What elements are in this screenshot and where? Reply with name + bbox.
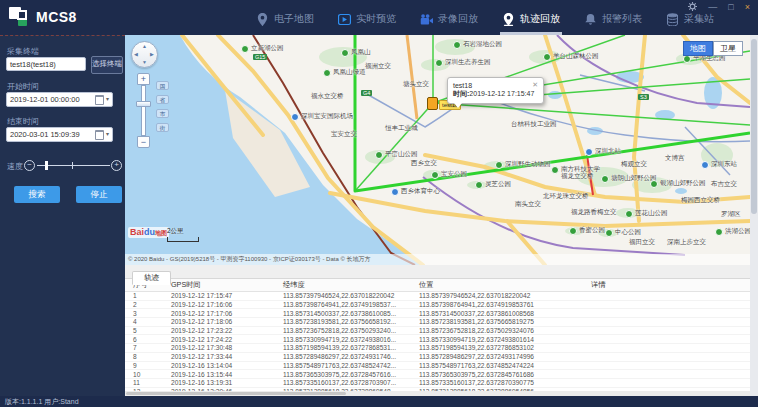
poi-icon: [585, 148, 593, 156]
nav-tab-label: 轨迹回放: [520, 12, 560, 26]
start-time-input[interactable]: 2019-12-01 00:00:00 ▾: [6, 92, 113, 107]
table-row[interactable]: 22019-12-12 17:16:06113.857398764941,22.…: [125, 301, 750, 310]
map-place-label: 深圳北站: [585, 147, 621, 156]
table-row[interactable]: 52019-12-12 17:23:22113.857236752818,22.…: [125, 327, 750, 336]
park-icon: [543, 53, 551, 61]
main-nav: 电子地图实时预览录像回放轨迹回放报警列表采集站: [254, 12, 716, 35]
nav-tab-alarm[interactable]: 报警列表: [582, 12, 644, 35]
pan-down-icon[interactable]: ▼: [142, 59, 147, 65]
map-pin-icon: [256, 13, 269, 26]
map-place-label: 石岩湿地公园: [453, 40, 502, 49]
map-place-label: 福洲立交: [365, 62, 391, 71]
table-row[interactable]: 102019-12-16 13:15:44113.857365303975,22…: [125, 370, 750, 379]
terminal-input[interactable]: test18(test18): [6, 57, 86, 71]
table-row[interactable]: 92019-12-16 13:14:04113.857548971763,22.…: [125, 362, 750, 371]
map-place-label: 银湖山郊野公园: [650, 179, 706, 188]
map-place-label: 罗湖区: [721, 210, 741, 219]
vertical-scrollbar[interactable]: [750, 35, 758, 396]
table-cell: 11: [125, 379, 163, 386]
tooltip-time-label: 时间:: [453, 90, 469, 97]
table-cell: 113.857238193581,22.63756658192...: [275, 318, 411, 325]
nav-tab-video[interactable]: 录像回放: [418, 12, 480, 35]
map-place-label: 北环龙珠立交桥: [543, 192, 589, 201]
map-place-label: 莲花山公园: [625, 209, 668, 218]
map-scale-label: 2公里: [167, 227, 184, 236]
table-cell: 113.857397946524,22.637018220042: [275, 292, 411, 299]
map-base-layer: [125, 35, 750, 265]
nav-tab-map-pin[interactable]: 电子地图: [254, 12, 316, 35]
map-place-label: 文博宫: [665, 154, 685, 163]
map-place-label: 深圳野生动物园: [495, 160, 551, 169]
title-bar: MCS8 — □ × 电子地图实时预览录像回放轨迹回放报警列表采集站: [0, 0, 758, 35]
nav-tab-station[interactable]: 采集站: [664, 12, 716, 35]
zoom-slider-handle[interactable]: [136, 101, 151, 107]
table-cell: 8: [125, 353, 163, 360]
zoom-slider-track[interactable]: [141, 85, 146, 136]
map-scale-bar: [167, 237, 199, 242]
map-type-satellite-button[interactable]: 卫星: [713, 41, 743, 56]
table-cell: 113.857236752818,22.6375029324076: [411, 327, 583, 334]
start-time-label: 开始时间: [7, 81, 39, 92]
map-place-label: 深圳生态养生园: [435, 58, 491, 67]
zoom-level-tag[interactable]: 市: [156, 109, 169, 118]
map-place-label: 塘头立交: [403, 80, 429, 89]
map-place-label: 西乡立交: [411, 159, 437, 168]
road-shield: S3: [638, 94, 649, 100]
hscroll-thumb[interactable]: [126, 392, 346, 395]
table-header: 序号GPS时间经纬度位置详情: [125, 279, 750, 292]
select-terminal-button[interactable]: 选择终端: [91, 56, 123, 74]
table-cell: 113.857238193581,22.6375665819275: [411, 318, 583, 325]
map-place-label: 灵芝公园: [475, 180, 511, 189]
map-type-map-button[interactable]: 地图: [683, 41, 713, 56]
table-row[interactable]: 32019-12-12 17:17:06113.857314500337,22.…: [125, 309, 750, 318]
settings-gear-icon[interactable]: [688, 2, 697, 13]
end-time-input[interactable]: 2020-03-01 15:09:39 ▾: [6, 127, 113, 142]
table-cell: 2019-12-16 13:15:44: [163, 371, 275, 378]
vscroll-thumb[interactable]: [751, 39, 757, 214]
alarm-icon: [584, 13, 597, 26]
speed-plus-button[interactable]: +: [111, 160, 122, 171]
map-pan-control[interactable]: ▲ ▼ ◀ ▶: [131, 41, 158, 68]
search-button[interactable]: 搜索: [14, 186, 60, 203]
nav-tab-track-pin[interactable]: 轨迹回放: [500, 12, 562, 35]
vehicle-marker[interactable]: [427, 97, 438, 110]
maximize-button[interactable]: □: [728, 2, 733, 12]
stop-button[interactable]: 停止: [76, 186, 122, 203]
table-row[interactable]: 72019-12-12 17:30:48113.857198594139,22.…: [125, 344, 750, 353]
tooltip-time-value: 2019-12-12 17:15:47: [469, 90, 534, 97]
table-cell: 113.857365303975,22.63728457616...: [275, 371, 411, 378]
table-row[interactable]: 62019-12-12 17:24:22113.857330994719,22.…: [125, 335, 750, 344]
map-place-label: 深南上步立交: [667, 238, 706, 247]
park-icon: [495, 161, 503, 169]
zoom-level-tag[interactable]: 街: [156, 123, 169, 132]
close-button[interactable]: ×: [745, 2, 750, 12]
zoom-level-tag[interactable]: 国: [156, 81, 169, 90]
panel-tabstrip: 轨迹: [125, 265, 750, 279]
zoom-level-tag[interactable]: 省: [156, 95, 169, 104]
poi-icon: [391, 188, 399, 196]
table-row[interactable]: 42019-12-12 17:18:06113.857238193581,22.…: [125, 318, 750, 327]
pan-right-icon[interactable]: ▶: [150, 51, 154, 57]
zoom-out-button[interactable]: −: [137, 136, 150, 148]
pan-left-icon[interactable]: ◀: [134, 51, 138, 57]
table-row[interactable]: 112019-12-16 13:19:31113.857335160137,22…: [125, 379, 750, 388]
map-canvas[interactable]: 立新湖公园凤凰山凤凰山绿道福洲立交塘头立交石岩湿地公园深圳生态养生园羊台山森林公…: [125, 35, 750, 265]
zoom-in-button[interactable]: +: [137, 73, 150, 85]
speed-label: 速度: [7, 161, 23, 172]
pan-up-icon[interactable]: ▲: [142, 43, 147, 49]
nav-tab-play[interactable]: 实时预览: [336, 12, 398, 35]
table-cell: 113.857398764941,22.63749198537...: [275, 301, 411, 308]
table-row[interactable]: 12019-12-12 17:15:47113.857397946524,22.…: [125, 292, 750, 301]
chevron-down-icon: ▾: [106, 93, 109, 106]
logo-icon: [9, 7, 29, 27]
map-place-label: 南头立交: [515, 200, 541, 209]
poi-icon: [701, 161, 709, 169]
map-place-label: 平峦山公园: [375, 150, 418, 159]
tab-track[interactable]: 轨迹: [132, 271, 171, 285]
speed-minus-button[interactable]: −: [24, 160, 35, 171]
table-row[interactable]: 82019-12-12 17:33:44113.857289486297,22.…: [125, 353, 750, 362]
tooltip-close-icon[interactable]: ✕: [532, 81, 538, 89]
track-pin-icon: [502, 13, 515, 26]
speed-slider-handle[interactable]: [45, 161, 48, 170]
minimize-button[interactable]: —: [708, 2, 717, 12]
